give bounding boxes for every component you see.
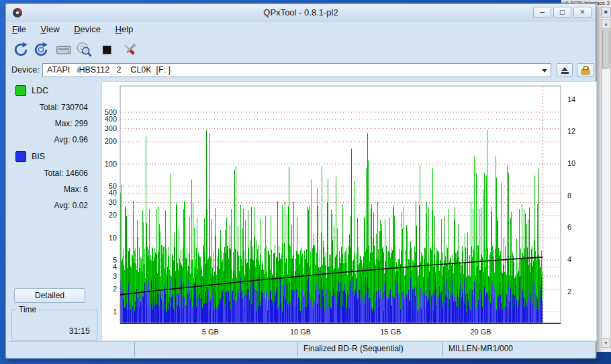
refresh-disc-button[interactable] bbox=[32, 40, 50, 59]
y-left-tick-label: 300 bbox=[105, 124, 117, 132]
scan-disc-button[interactable] bbox=[75, 40, 93, 59]
time-label: Time bbox=[16, 305, 39, 314]
quality-chart: 5004003002001005040302010543211412108642… bbox=[102, 82, 596, 340]
menu-view[interactable]: View bbox=[35, 21, 66, 38]
menu-device[interactable]: Device bbox=[68, 21, 107, 38]
maximize-button[interactable]: □ bbox=[553, 7, 571, 18]
stop-button[interactable] bbox=[97, 40, 116, 59]
status-disc-type: Finalized BD-R (Sequential) bbox=[297, 342, 442, 357]
qpxtool-window: QPxTool - 0.8.1-pl2 – □ × File View Devi… bbox=[5, 3, 596, 359]
menu-help[interactable]: Help bbox=[109, 21, 140, 38]
y-left-tick-label: 40 bbox=[109, 189, 117, 197]
background-window-edge: ■ ▲ ▼ bbox=[596, 5, 611, 352]
desktop: «⊕SCSI Interface 3 ■ ▲ ▼ QPxTool - 0.8.1… bbox=[0, 0, 611, 364]
y-left-tick-label: 30 bbox=[109, 198, 117, 206]
y-left-tick-label: 100 bbox=[105, 160, 117, 168]
ldc-color-swatch bbox=[15, 85, 26, 96]
y-right-tick-label: 10 bbox=[567, 159, 575, 167]
y-right-tick-label: 14 bbox=[567, 95, 575, 103]
rescan-button[interactable] bbox=[11, 40, 30, 59]
detailed-button[interactable]: Detailed bbox=[14, 288, 85, 303]
time-groupbox: Time 31:15 bbox=[11, 310, 97, 340]
y-left-tick-label: 2 bbox=[113, 285, 117, 293]
chart-panel: 5004003002001005040302010543211412108642… bbox=[101, 81, 597, 341]
y-right-tick-label: 8 bbox=[567, 191, 571, 199]
scroll-down-arrow-icon[interactable]: ▼ bbox=[602, 338, 610, 347]
scrollbar-thumb[interactable] bbox=[602, 30, 610, 69]
device-row: Device: ATAPI iHBS112 2 CL0K [F: ] bbox=[6, 62, 596, 80]
lock-button[interactable] bbox=[577, 63, 594, 77]
settings-button[interactable] bbox=[120, 40, 139, 59]
bis-label: BIS bbox=[32, 152, 45, 161]
y-left-tick-label: 20 bbox=[109, 211, 117, 219]
ldc-label: LDC bbox=[32, 86, 48, 95]
ldc-max: Max: 299 bbox=[10, 119, 88, 128]
y-left-tick-label: 400 bbox=[105, 115, 117, 123]
x-tick-label: 10 GB bbox=[290, 328, 311, 336]
bis-color-swatch bbox=[15, 151, 26, 162]
x-tick-label: 15 GB bbox=[380, 328, 401, 336]
results-sidebar: LDC Total: 730704 Max: 299 Avg: 0.96 BIS… bbox=[10, 81, 101, 338]
drive-button[interactable] bbox=[54, 40, 73, 59]
y-left-tick-label: 3 bbox=[113, 272, 117, 280]
status-media-id: MILLEN-MR1/000 bbox=[442, 342, 594, 357]
x-tick-label: 20 GB bbox=[470, 328, 491, 336]
toolbar bbox=[6, 38, 596, 62]
background-scrollbar[interactable]: ▲ ▼ bbox=[601, 19, 611, 348]
y-left-tick-label: 1 bbox=[113, 308, 117, 316]
y-right-tick-label: 4 bbox=[567, 255, 571, 263]
bis-avg: Avg: 0.02 bbox=[10, 201, 88, 210]
titlebar[interactable]: QPxTool - 0.8.1-pl2 – □ × bbox=[6, 4, 596, 21]
chevron-down-icon[interactable] bbox=[542, 69, 547, 73]
status-section-1 bbox=[7, 342, 134, 357]
window-title: QPxTool - 0.8.1-pl2 bbox=[6, 4, 596, 21]
scroll-up-arrow-icon[interactable]: ▲ bbox=[602, 19, 610, 29]
menubar: File View Device Help bbox=[6, 21, 596, 38]
y-left-tick-label: 4 bbox=[113, 263, 117, 271]
ldc-total: Total: 730704 bbox=[10, 103, 88, 112]
menu-file[interactable]: File bbox=[6, 21, 32, 38]
y-left-tick-label: 10 bbox=[109, 234, 117, 242]
device-value: ATAPI iHBS112 2 CL0K [F: ] bbox=[47, 65, 171, 75]
y-left-tick-label: 200 bbox=[105, 137, 117, 145]
eject-icon bbox=[561, 67, 568, 71]
status-section-2 bbox=[134, 342, 297, 357]
device-select[interactable]: ATAPI iHBS112 2 CL0K [F: ] bbox=[42, 63, 551, 77]
close-button[interactable]: × bbox=[573, 7, 592, 18]
bis-max: Max: 6 bbox=[10, 185, 88, 194]
background-window-button[interactable]: ■ bbox=[601, 7, 611, 17]
device-label: Device: bbox=[11, 65, 40, 75]
time-value: 31:15 bbox=[69, 326, 90, 336]
y-right-tick-label: 6 bbox=[567, 223, 571, 231]
ldc-avg: Avg: 0.96 bbox=[10, 135, 88, 144]
eject-button[interactable] bbox=[557, 63, 573, 77]
statusbar: Finalized BD-R (Sequential) MILLEN-MR1/0… bbox=[7, 341, 594, 356]
y-right-tick-label: 12 bbox=[567, 127, 575, 135]
y-right-tick-label: 2 bbox=[567, 287, 571, 295]
x-tick-label: 5 GB bbox=[202, 328, 219, 336]
bis-total: Total: 14606 bbox=[10, 169, 88, 178]
minimize-button[interactable]: – bbox=[533, 7, 551, 18]
